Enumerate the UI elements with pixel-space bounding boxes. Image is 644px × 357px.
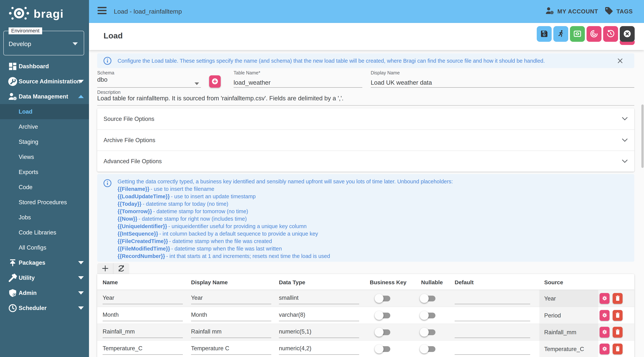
placeholder-item: {{FileModifiedTime}}- datetime stamp whe… — [118, 245, 634, 252]
description-field[interactable] — [97, 89, 634, 106]
name-cell[interactable] — [102, 309, 183, 321]
gear-icon — [602, 295, 608, 302]
chevron-down-icon — [622, 116, 628, 122]
section-source-file-options[interactable]: Source File Options — [97, 108, 634, 130]
data-type-cell[interactable] — [279, 342, 359, 355]
banner-close-icon[interactable] — [617, 58, 624, 65]
banner-text: Configure the Load table. These settings… — [118, 58, 545, 64]
sidebar-item-jobs[interactable]: Jobs — [0, 210, 89, 225]
table-row: Temperature_C — [97, 340, 634, 357]
display-name-cell[interactable] — [191, 292, 271, 304]
sidebar-item-code-libraries[interactable]: Code Libraries — [0, 225, 89, 240]
page-actions — [537, 26, 635, 42]
table-name-field[interactable] — [234, 76, 362, 88]
delete-column-button[interactable] — [613, 293, 622, 304]
column-header-data-type: Data Type — [279, 279, 305, 286]
tags-button[interactable]: TAGS — [604, 6, 633, 17]
sidebar-item-staging[interactable]: Staging — [0, 134, 89, 150]
sidebar-item-views[interactable]: Views — [0, 150, 89, 164]
default-cell[interactable] — [455, 326, 530, 338]
placeholder-item: {{Filename}}- use to insert the filename — [118, 185, 634, 193]
sidebar-item-stored-procedures[interactable]: Stored Procedures — [0, 195, 89, 210]
upload-icon — [8, 258, 18, 268]
target-button[interactable] — [586, 26, 602, 42]
sidebar-item-dashboard[interactable]: Dashboard — [0, 59, 89, 74]
sidebar-item-code[interactable]: Code — [0, 180, 89, 195]
table-row: Rainfall_mm — [97, 324, 634, 340]
sidebar-item-archive[interactable]: Archive — [0, 119, 89, 134]
run-button[interactable] — [553, 26, 568, 42]
default-cell[interactable] — [455, 342, 530, 355]
save-button[interactable] — [537, 26, 552, 42]
section-archive-file-options[interactable]: Archive File Options — [97, 130, 634, 150]
history-button[interactable] — [603, 26, 618, 42]
name-cell[interactable] — [102, 342, 183, 355]
data-type-cell[interactable] — [279, 309, 359, 321]
delete-column-button[interactable] — [613, 327, 622, 338]
plus-circle-icon — [211, 78, 219, 86]
table-header: Name Display Name Data Type Business Key… — [97, 274, 634, 290]
business-key-toggle[interactable] — [374, 344, 392, 354]
column-header-business-key: Business Key — [370, 279, 406, 286]
data-type-cell[interactable] — [279, 326, 359, 338]
delete-column-button[interactable] — [613, 344, 622, 354]
nullable-toggle[interactable] — [420, 294, 437, 303]
column-settings-button[interactable] — [600, 327, 610, 338]
data-type-cell[interactable] — [279, 292, 359, 304]
clock-icon — [8, 303, 18, 313]
chevron-down-icon — [78, 276, 84, 280]
column-settings-button[interactable] — [600, 344, 610, 354]
column-settings-button[interactable] — [600, 310, 610, 321]
nullable-toggle[interactable] — [420, 311, 437, 320]
chevron-down-icon — [78, 291, 84, 294]
user-gear-icon — [8, 92, 18, 102]
source-value: Rainfall_mm — [544, 329, 576, 336]
section-advanced-file-options[interactable]: Advanced File Options — [97, 150, 634, 172]
table-name-label: Table Name* — [234, 70, 260, 76]
sidebar-item-load[interactable]: Load — [0, 104, 89, 119]
placeholder-item: {{LoadUpdateTime}}- use to insert an upd… — [118, 193, 634, 200]
default-cell[interactable] — [455, 309, 530, 321]
business-key-toggle[interactable] — [374, 311, 392, 320]
sidebar: bragi Environment Develop Dashboard Sour… — [0, 0, 89, 357]
placeholder-item: {{UniqueIdentifier}}- uniqueidentifier u… — [118, 222, 634, 230]
preview-button[interactable] — [570, 26, 585, 42]
vertical-scrollbar[interactable] — [642, 104, 644, 168]
name-cell[interactable] — [102, 326, 183, 338]
sidebar-item-all-configs[interactable]: All Configs — [0, 240, 89, 255]
sidebar-item-utility[interactable]: Utility — [0, 270, 89, 286]
nullable-toggle[interactable] — [420, 344, 437, 354]
display-name-cell[interactable] — [191, 342, 271, 355]
schema-select[interactable]: dbo — [97, 76, 201, 88]
main-area: Load - load_rainfalltemp MY ACCOUNT TAGS… — [89, 0, 644, 357]
sidebar-item-source-administration[interactable]: Source Administration — [0, 74, 89, 89]
delete-column-button[interactable] — [613, 310, 622, 321]
gear-icon — [602, 312, 608, 319]
default-cell[interactable] — [455, 292, 530, 304]
sync-columns-button[interactable] — [113, 263, 129, 274]
info-banner: Configure the Load table. These settings… — [97, 53, 634, 68]
display-name-cell[interactable] — [191, 326, 271, 338]
hamburger-menu-icon[interactable] — [98, 7, 106, 16]
sidebar-item-data-management[interactable]: Data Management — [0, 89, 89, 104]
add-column-button[interactable] — [97, 263, 113, 274]
nullable-toggle[interactable] — [420, 328, 437, 337]
close-button[interactable] — [620, 26, 635, 42]
column-header-nullable: Nullable — [421, 279, 443, 286]
name-cell[interactable] — [102, 292, 183, 304]
business-key-toggle[interactable] — [374, 294, 392, 303]
my-account-button[interactable]: MY ACCOUNT — [545, 6, 598, 17]
sidebar-item-exports[interactable]: Exports — [0, 164, 89, 180]
placeholder-item: {{RecordNumber}}- int that starts at 1 a… — [118, 252, 634, 260]
add-schema-button[interactable] — [209, 75, 221, 88]
sidebar-item-packages[interactable]: Packages — [0, 255, 89, 270]
business-key-toggle[interactable] — [374, 328, 392, 337]
environment-select[interactable]: Environment Develop — [3, 31, 84, 56]
trash-icon — [615, 346, 620, 352]
chevron-down-icon — [78, 306, 84, 310]
sidebar-item-scheduler[interactable]: Scheduler — [0, 300, 89, 316]
sidebar-item-admin[interactable]: Admin — [0, 286, 89, 300]
display-name-cell[interactable] — [191, 309, 271, 321]
column-settings-button[interactable] — [600, 293, 610, 304]
display-name-field[interactable] — [371, 76, 634, 88]
